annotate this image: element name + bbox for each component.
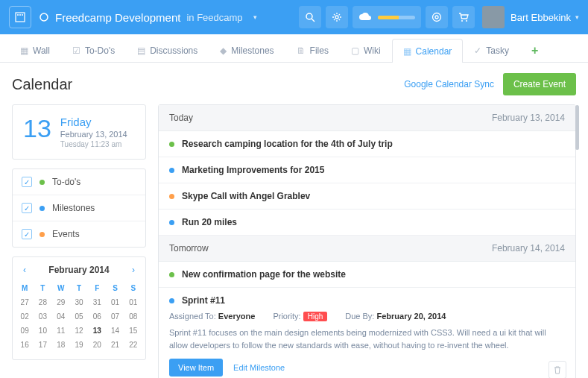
cal-day[interactable]: 13: [88, 324, 106, 338]
cal-day[interactable]: 04: [52, 309, 70, 324]
workspace-name: in Feedcamp: [186, 12, 242, 23]
storage-indicator[interactable]: [353, 6, 421, 28]
cal-day[interactable]: 14: [106, 324, 124, 338]
view-item-button[interactable]: View Item: [169, 359, 223, 377]
prev-month-button[interactable]: ‹: [23, 265, 26, 275]
app-menu-icon[interactable]: [9, 6, 31, 28]
tab-wiki[interactable]: ▢Wiki: [340, 38, 392, 62]
cal-day[interactable]: 08: [124, 309, 142, 324]
cal-day[interactable]: 16: [16, 338, 34, 352]
lifebuoy-icon: [431, 12, 442, 22]
tab-icon: ▤: [137, 45, 145, 56]
event-title: New confirmation page for the website: [182, 269, 346, 280]
cal-day[interactable]: 31: [88, 295, 106, 309]
delete-button[interactable]: [549, 361, 566, 378]
add-tab-button[interactable]: +: [520, 38, 549, 62]
tab-icon: ▦: [20, 45, 28, 56]
priority: Priority: High: [273, 312, 327, 321]
event-item[interactable]: Skype Call with Angel Grablev: [159, 183, 575, 210]
tab-icon: ◆: [220, 45, 227, 56]
tab-tasky[interactable]: ✓Tasky: [463, 38, 520, 62]
cal-day[interactable]: 18: [52, 338, 70, 352]
expanded-item: Sprint #11Assigned To: EveryonePriority:…: [159, 288, 575, 378]
color-dot: [169, 168, 174, 173]
color-dot: [39, 206, 45, 211]
svg-point-4: [40, 13, 48, 21]
cal-day[interactable]: 02: [16, 309, 34, 324]
cal-day[interactable]: 15: [124, 324, 142, 338]
scrollbar[interactable]: [575, 105, 579, 150]
color-dot: [39, 180, 45, 185]
create-event-button[interactable]: Create Event: [503, 73, 576, 95]
filter-events[interactable]: ✓Events: [13, 221, 145, 247]
cal-day[interactable]: 01: [124, 295, 142, 309]
tab-files[interactable]: 🗎Files: [285, 38, 340, 62]
help-button[interactable]: [426, 6, 448, 28]
page-title: Calendar: [12, 76, 72, 93]
svg-point-11: [466, 20, 467, 22]
event-title: Skype Call with Angel Grablev: [182, 191, 310, 201]
user-name: Bart Ebbekink: [510, 12, 571, 23]
tab-wall[interactable]: ▦Wall: [9, 38, 61, 62]
event-item[interactable]: Research camping location for the 4th of…: [159, 131, 575, 157]
color-dot: [39, 232, 45, 237]
cal-day[interactable]: 07: [106, 309, 124, 324]
tab-calendar[interactable]: ▦Calendar: [392, 39, 464, 63]
tab-milestones[interactable]: ◆Milestones: [209, 38, 285, 62]
cal-day[interactable]: 30: [70, 295, 88, 309]
section-title: Today: [169, 113, 193, 123]
section-date: February 13, 2014: [492, 113, 565, 123]
cart-button[interactable]: [452, 6, 475, 28]
edit-milestone-link[interactable]: Edit Milestone: [233, 363, 285, 372]
chevron-down-icon[interactable]: ▾: [575, 13, 579, 21]
trash-icon: [553, 365, 562, 374]
filter-todos[interactable]: ✓To-do's: [13, 169, 145, 195]
event-item[interactable]: Marketing Improvements for 2015: [159, 157, 575, 183]
checkbox-icon: ✓: [22, 177, 32, 187]
color-dot: [169, 298, 174, 303]
checkbox-icon: ✓: [22, 229, 32, 239]
filter-milestones[interactable]: ✓Milestones: [13, 195, 145, 221]
section-header: TodayFebruary 13, 2014: [159, 105, 575, 131]
tab-icon: ▦: [403, 46, 411, 57]
tab-discussions[interactable]: ▤Discussions: [126, 38, 209, 62]
tab-todos[interactable]: ☑To-Do's: [61, 38, 126, 62]
event-title: Run 20 miles: [182, 217, 237, 227]
page-header: Calendar Google Calendar Sync Create Eve…: [12, 73, 576, 95]
cal-day[interactable]: 10: [34, 324, 51, 338]
cal-day[interactable]: 28: [34, 295, 51, 309]
cal-day[interactable]: 20: [88, 338, 106, 352]
cal-day[interactable]: 12: [70, 324, 88, 338]
event-title: Marketing Improvements for 2015: [182, 165, 324, 175]
project-switcher[interactable]: Freedcamp Development in Feedcamp ▾: [39, 11, 257, 24]
dow-header: S: [106, 281, 124, 295]
settings-button[interactable]: [326, 6, 348, 28]
next-month-button[interactable]: ›: [132, 265, 135, 275]
cal-day[interactable]: 05: [70, 309, 88, 324]
google-sync-link[interactable]: Google Calendar Sync: [404, 79, 494, 89]
svg-rect-0: [16, 13, 25, 22]
cal-day[interactable]: 22: [124, 338, 142, 352]
avatar[interactable]: [482, 6, 505, 28]
cal-day[interactable]: 03: [34, 309, 51, 324]
color-dot: [169, 194, 174, 199]
cal-day[interactable]: 27: [16, 295, 34, 309]
cal-day[interactable]: 01: [106, 295, 124, 309]
cal-day[interactable]: 19: [70, 338, 88, 352]
cal-day[interactable]: 11: [52, 324, 70, 338]
event-description: Sprint #11 focuses on the main design el…: [169, 327, 565, 351]
filter-label: To-do's: [52, 177, 80, 187]
cal-day[interactable]: 29: [52, 295, 70, 309]
event-item[interactable]: New confirmation page for the website: [159, 262, 575, 288]
cal-day[interactable]: 17: [34, 338, 51, 352]
svg-line-6: [312, 19, 314, 22]
tab-label: Wiki: [364, 45, 381, 56]
cal-day[interactable]: 06: [88, 309, 106, 324]
event-title: Sprint #11: [182, 295, 225, 306]
cal-day[interactable]: 21: [106, 338, 124, 352]
event-item[interactable]: Run 20 miles: [159, 210, 575, 236]
full-date: February 13, 2014: [60, 130, 127, 139]
cal-day[interactable]: 09: [16, 324, 34, 338]
topbar: Freedcamp Development in Feedcamp ▾ Bart…: [0, 0, 588, 34]
search-button[interactable]: [299, 6, 321, 28]
